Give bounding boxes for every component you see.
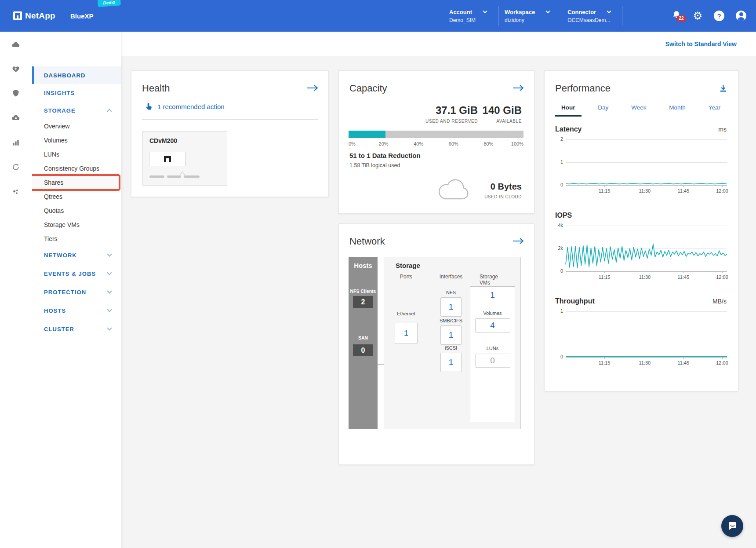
x-tick-label: 11:15 [592, 360, 617, 365]
throughput-section: Throughput MB/s 1011:1511:3011:4512:00 [555, 297, 727, 357]
sidebar-item-qtrees[interactable]: Qtrees [32, 190, 121, 204]
y-tick-label: 4k [554, 223, 563, 228]
volumes-box[interactable]: 4 [475, 318, 510, 332]
sidebar-item-label: EVENTS & JOBS [44, 270, 96, 277]
chevron-down-icon [607, 9, 611, 14]
y-tick-label: 0 [554, 182, 563, 187]
tab-week[interactable]: Week [625, 102, 652, 117]
tab-hour[interactable]: Hour [555, 102, 582, 117]
ethernet-box[interactable]: 1 [395, 323, 418, 344]
storage-panel-title: Storage [396, 262, 420, 269]
sync-icon[interactable] [11, 163, 20, 172]
sidebar-item-insights[interactable]: INSIGHTS [32, 84, 121, 102]
pointer-hand-icon [145, 102, 153, 111]
tab-year[interactable]: Year [702, 102, 727, 117]
scale-tick: 40% [414, 141, 423, 146]
gridline [566, 185, 727, 186]
sidebar-item-quotas[interactable]: Quotas [32, 204, 121, 218]
recommended-action-link[interactable]: 1 recommended action [145, 102, 225, 111]
chat-button[interactable] [721, 515, 743, 537]
scale-tick: 60% [449, 141, 458, 146]
sidebar-item-hosts[interactable]: HOSTS [32, 301, 121, 320]
switch-view-link[interactable]: Switch to Standard View [665, 40, 737, 47]
capacity-used: 37.1 GiB USED AND RESERVED [425, 105, 478, 124]
bar-chart-icon[interactable] [11, 138, 20, 147]
extensions-dots-icon[interactable] [11, 188, 20, 197]
menu-connector[interactable]: ConnectorOCCMsaasDem... [561, 6, 622, 26]
cloud-outline-icon [437, 179, 471, 203]
gridline [566, 357, 727, 358]
netapp-mark-icon [164, 156, 171, 162]
capacity-arrow-link[interactable] [512, 84, 524, 93]
notifications-button[interactable]: 22 [672, 10, 681, 22]
help-icon[interactable]: ? [714, 11, 724, 21]
nfs-clients-label: NFS Clients [349, 289, 378, 294]
x-tick-label: 12:00 [710, 274, 734, 280]
sidebar-item-shares[interactable]: Shares [32, 175, 121, 190]
iscsi-box[interactable]: 1 [440, 353, 462, 372]
menu-label: Workspace [505, 9, 535, 15]
capacity-progress-bar [349, 131, 523, 138]
sidebar-item-label: STORAGE [44, 107, 76, 114]
x-tick-label: 12:00 [710, 188, 734, 194]
x-tick-label: 11:15 [592, 274, 617, 280]
available-label: AVAILABLE [483, 119, 522, 124]
menu-account[interactable]: AccountDemo_SIM [443, 6, 498, 26]
san-value: 0 [353, 344, 373, 356]
sidebar-item-storage-vms[interactable]: Storage VMs [32, 218, 121, 232]
smb-cifs-box[interactable]: 1 [440, 325, 462, 345]
download-icon[interactable] [719, 84, 727, 94]
x-tick-label: 11:45 [671, 360, 696, 365]
cloud-label: USED IN CLOUD [484, 194, 522, 199]
brand-company: NetApp [25, 11, 55, 21]
chat-bubble-icon [727, 520, 738, 532]
cloud-icon[interactable] [11, 40, 20, 49]
sidebar-item-label: Tiers [44, 235, 58, 242]
app-header: NetApp BlueXP Demo AccountDemo_SIMWorksp… [0, 0, 756, 32]
hosts-column: Hosts NFS Clients 2 SAN 0 [349, 257, 378, 429]
tab-month[interactable]: Month [663, 102, 692, 117]
latency-section: Latency ms 21011:1511:3011:4512:00 [555, 125, 727, 185]
luns-box[interactable]: 0 [475, 354, 510, 368]
x-tick [604, 185, 605, 187]
sidebar-item-dashboard[interactable]: DASHBOARD [32, 66, 121, 84]
shield-icon[interactable] [11, 89, 20, 98]
health-heart-icon[interactable] [11, 65, 20, 73]
y-tick-label: 0 [554, 268, 563, 274]
sidebar-item-luns[interactable]: LUNs [32, 147, 121, 161]
tab-day[interactable]: Day [592, 102, 614, 117]
sidebar-item-protection[interactable]: PROTECTION [32, 283, 121, 301]
user-avatar-icon[interactable] [736, 11, 746, 21]
sidebar-item-storage[interactable]: STORAGE [32, 102, 121, 119]
icon-rail [0, 32, 32, 548]
throughput-chart: 1011:1511:3011:4512:00 [566, 311, 727, 357]
menu-label: Connector [567, 9, 596, 15]
cloud-lock-icon[interactable] [11, 113, 20, 122]
sidebar-item-cluster[interactable]: CLUSTER [32, 320, 121, 338]
notification-count-badge: 22 [676, 15, 686, 22]
menu-workspace[interactable]: Workspacedtzidony [498, 6, 561, 26]
x-tick-label: 11:30 [632, 188, 657, 194]
system-tile[interactable]: CDvM200 [142, 131, 227, 186]
sidebar-item-network[interactable]: NETWORK [32, 246, 121, 264]
latency-chart: 21011:1511:3011:4512:00 [566, 139, 727, 185]
sidebar-item-events-jobs[interactable]: EVENTS & JOBS [32, 264, 121, 283]
sidebar-item-volumes[interactable]: Volumes [32, 133, 121, 147]
system-name: CDvM200 [149, 137, 177, 144]
network-arrow-link[interactable] [512, 237, 524, 246]
network-card-title: Network [349, 236, 385, 247]
health-card-title: Health [142, 83, 170, 94]
health-arrow-link[interactable] [306, 84, 319, 93]
settings-gear-icon[interactable]: ⚙ [693, 11, 702, 21]
chart-line [566, 226, 727, 271]
progress-dash [167, 175, 181, 178]
x-tick [683, 185, 684, 187]
sidebar-item-overview[interactable]: Overview [32, 119, 121, 133]
storage-vms-value[interactable]: 1 [470, 290, 515, 300]
sidebar-item-label: Shares [44, 179, 63, 186]
sidebar-item-tiers[interactable]: Tiers [32, 232, 121, 246]
nfs-box[interactable]: 1 [440, 297, 462, 317]
sidebar-item-consistency-groups[interactable]: Consistency Groups [32, 161, 121, 175]
header-icons: 22 ⚙ ? [672, 0, 746, 32]
chart-line [566, 311, 727, 357]
